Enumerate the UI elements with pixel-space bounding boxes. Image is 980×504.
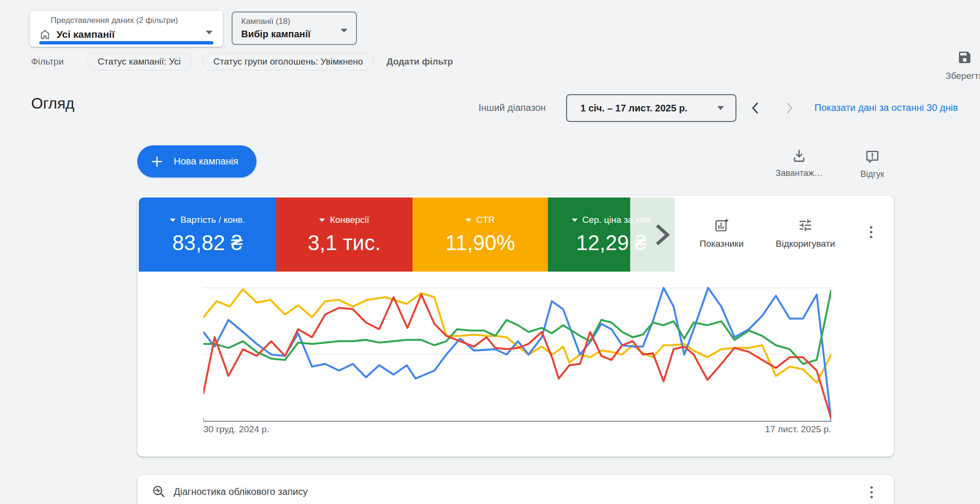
- scorecard-ctr[interactable]: CTR 11,90%: [412, 197, 548, 272]
- new-campaign-label: Нова кампанія: [174, 156, 238, 167]
- diagnostics-menu-button[interactable]: [869, 484, 875, 500]
- scorecard-value: 3,1 тис.: [276, 231, 412, 255]
- overview-metrics-card: Вартість / конв. 83,82 ₴ Конверсії 3,1 т…: [137, 196, 894, 457]
- caret-down-icon: [170, 219, 176, 222]
- caret-down-icon: [466, 219, 471, 222]
- save-button[interactable]: Зберегти: [938, 50, 980, 81]
- feedback-icon: [865, 149, 880, 164]
- adjust-button[interactable]: Відкоригувати: [762, 218, 848, 249]
- scorecard-value: 11,90%: [412, 231, 548, 255]
- metrics-button[interactable]: Показники: [688, 218, 755, 249]
- download-icon: [791, 148, 807, 164]
- filter-chip-campaign-status[interactable]: Статус кампанії: Усі: [87, 53, 192, 70]
- x-axis-end-label: 17 лист. 2025 р.: [203, 424, 831, 435]
- save-label: Зберегти: [946, 71, 980, 81]
- scorecard-label: Конверсії: [330, 215, 369, 225]
- next-range-button[interactable]: [781, 99, 797, 117]
- data-view-value: Усі кампанії: [56, 29, 115, 40]
- feedback-label: Відгук: [860, 169, 884, 179]
- data-view-label: Представлення даних (2 фільтри): [51, 16, 178, 25]
- diagnostics-search-icon: [152, 484, 166, 498]
- scorecard-cost-per-conversion[interactable]: Вартість / конв. 83,82 ₴: [139, 197, 276, 272]
- metrics-label: Показники: [700, 239, 744, 249]
- active-tab-underline: [39, 41, 213, 44]
- show-last-30-days-link[interactable]: Показати дані за останні 30 днів: [814, 102, 958, 113]
- page-title: Огляд: [31, 95, 75, 112]
- campaign-selector-label: Кампанії (18): [241, 17, 290, 26]
- data-view-selector[interactable]: Представлення даних (2 фільтри) Усі камп…: [30, 11, 223, 47]
- caret-down-icon: [319, 219, 325, 222]
- adjust-label: Відкоригувати: [776, 239, 835, 249]
- filter-chip-adgroup-status[interactable]: Статус групи оголошень: Увімкнено: [202, 53, 374, 70]
- plus-icon: [150, 154, 164, 169]
- scorecard-value: 83,82 ₴: [139, 231, 276, 255]
- chevron-right-icon: [650, 220, 675, 250]
- home-icon: [39, 29, 51, 40]
- scorecard-label: Вартість / конв.: [180, 215, 245, 225]
- campaign-selector[interactable]: Кампанії (18) Вибір кампанії: [232, 11, 357, 45]
- other-range-label: Інший діапазон: [479, 102, 546, 113]
- download-button[interactable]: Завантаж…: [771, 148, 827, 178]
- save-icon: [957, 50, 972, 65]
- chevron-down-icon: [206, 31, 212, 34]
- date-range-picker[interactable]: 1 січ. – 17 лист. 2025 р.: [566, 94, 736, 122]
- diagnostics-title: Діагностика облікового запису: [174, 486, 308, 497]
- account-diagnostics-card[interactable]: Діагностика облікового запису: [137, 475, 894, 504]
- filter-bar: Фільтри Статус кампанії: Усі Статус груп…: [31, 53, 453, 71]
- chevron-down-icon: [341, 29, 347, 33]
- date-range-value: 1 січ. – 17 лист. 2025 р.: [580, 103, 717, 114]
- caret-down-icon: [572, 219, 578, 222]
- metrics-chart-icon: [714, 218, 729, 233]
- download-label: Завантаж…: [776, 168, 823, 178]
- chevron-down-icon: [717, 106, 724, 110]
- scorecard-conversions[interactable]: Конверсії 3,1 тис.: [276, 197, 412, 272]
- new-campaign-button[interactable]: Нова кампанія: [137, 145, 256, 177]
- campaign-selector-value: Вибір кампанії: [241, 29, 311, 40]
- add-filter-button[interactable]: Додати фільтр: [387, 56, 453, 67]
- feedback-button[interactable]: Відгук: [846, 149, 899, 179]
- google-ads-overview-page: Представлення даних (2 фільтри) Усі камп…: [0, 0, 980, 504]
- previous-range-button[interactable]: [747, 99, 764, 117]
- overview-chart[interactable]: [203, 283, 831, 423]
- filters-label: Фільтри: [31, 56, 64, 67]
- card-menu-button[interactable]: [868, 224, 874, 240]
- scorecards-scroll-right-button[interactable]: [630, 197, 675, 272]
- scorecard-label: CTR: [476, 215, 495, 225]
- tune-icon: [798, 218, 813, 233]
